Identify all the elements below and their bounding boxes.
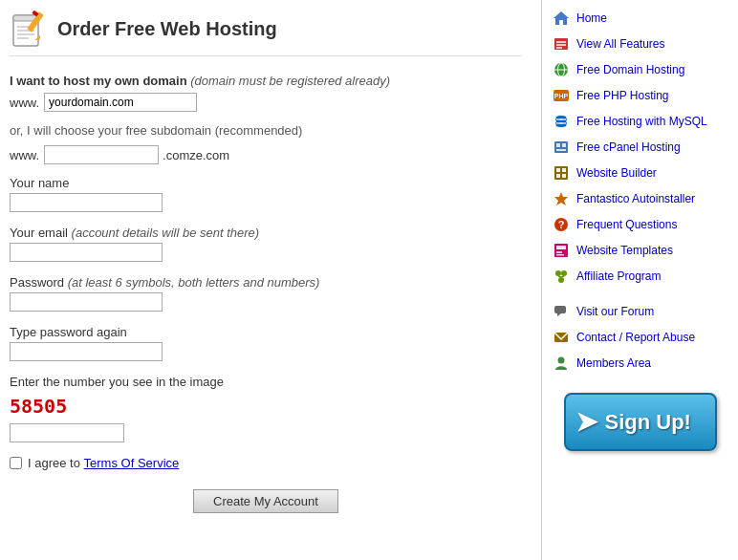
sidebar-item-free-hosting-mysql[interactable]: Free Hosting with MySQL (552, 111, 728, 132)
builder-icon (552, 163, 571, 183)
list-icon (552, 34, 571, 54)
subdomain-input[interactable] (44, 145, 159, 164)
svg-marker-47 (557, 313, 561, 316)
name-group: Your name (10, 176, 522, 212)
page-header: Order Free Web Hosting (10, 10, 522, 56)
domain-input-row: www. (10, 93, 522, 112)
email-input[interactable] (10, 243, 163, 262)
signup-button[interactable]: ➤ Sign Up! (564, 393, 717, 451)
sidebar-item-label: Free cPanel Hosting (576, 140, 681, 154)
page-title: Order Free Web Hosting (57, 18, 277, 40)
svg-rect-39 (556, 251, 562, 253)
password-group: Password (at least 6 symbols, both lette… (10, 275, 522, 312)
svg-rect-26 (556, 143, 560, 147)
sidebar-item-affiliate[interactable]: Affiliate Program (552, 266, 728, 287)
sidebar-item-label: Free Domain Hosting (576, 63, 684, 76)
php-icon: PHP (552, 86, 571, 105)
fantastico-icon (552, 189, 571, 208)
sidebar-item-label: Affiliate Program (576, 269, 661, 283)
svg-line-45 (561, 276, 564, 277)
name-input[interactable] (10, 193, 163, 212)
cpanel-icon (552, 138, 571, 157)
mysql-icon (552, 112, 571, 131)
svg-rect-28 (556, 149, 566, 151)
faq-icon: ? (552, 215, 571, 234)
email-label: Your email (account details will be sent… (10, 226, 522, 240)
sidebar-item-members-area[interactable]: Members Area (552, 353, 728, 374)
sidebar-item-website-templates[interactable]: Website Templates (552, 240, 728, 261)
domain-label-note: (domain must be registered already) (190, 74, 390, 88)
sidebar-item-label: Free PHP Hosting (576, 89, 669, 102)
sidebar-item-label: Website Templates (576, 244, 673, 257)
svg-line-44 (558, 276, 561, 277)
nav-list: HomeView All FeaturesFree Domain Hosting… (552, 8, 728, 374)
subdomain-label: or, I will choose your free subdomain (r… (10, 123, 522, 138)
domain-section: I want to host my own domain (domain mus… (10, 74, 522, 112)
svg-rect-32 (556, 174, 560, 178)
sidebar-item-free-domain-hosting[interactable]: Free Domain Hosting (552, 59, 728, 80)
subdomain-section: or, I will choose your free subdomain (r… (10, 123, 522, 164)
password-label: Password (at least 6 symbols, both lette… (10, 275, 522, 290)
captcha-group: Enter the number you see in the image 58… (10, 375, 522, 442)
subdomain-input-row: www. .comze.com (10, 145, 522, 164)
members-icon (552, 354, 571, 373)
sidebar-item-frequent-questions[interactable]: ?Frequent Questions (552, 214, 728, 235)
svg-rect-33 (562, 174, 566, 178)
page-icon (10, 10, 48, 48)
home-icon (552, 9, 571, 28)
submit-row: Create My Account (10, 489, 522, 513)
svg-point-49 (558, 357, 565, 364)
svg-marker-9 (554, 11, 569, 25)
contact-icon (552, 328, 571, 347)
svg-point-43 (558, 277, 564, 283)
tos-label: I agree to (28, 456, 80, 470)
nav-divider (552, 291, 728, 301)
affiliate-icon (552, 267, 571, 286)
sidebar-item-label: Visit our Forum (576, 305, 654, 318)
sidebar-item-fantastico[interactable]: Fantastico Autoinstaller (552, 188, 728, 209)
main-content: Order Free Web Hosting I want to host my… (0, 0, 542, 560)
domain-input[interactable] (44, 93, 197, 112)
domain-prefix: www. (10, 96, 39, 110)
captcha-input[interactable] (10, 423, 124, 442)
signup-arrow-icon: ➤ (575, 406, 597, 438)
svg-point-42 (561, 270, 567, 276)
password-input[interactable] (10, 292, 163, 312)
svg-rect-27 (562, 143, 566, 147)
svg-rect-38 (556, 246, 566, 249)
sidebar-item-home[interactable]: Home (552, 8, 728, 29)
password-confirm-label: Type password again (10, 325, 522, 339)
sidebar-item-label: Members Area (576, 356, 651, 370)
subdomain-prefix: www. (10, 148, 39, 162)
svg-rect-30 (556, 168, 560, 172)
svg-point-41 (555, 270, 561, 276)
name-label: Your name (10, 176, 522, 190)
svg-rect-40 (556, 254, 564, 256)
create-account-button[interactable]: Create My Account (193, 489, 338, 513)
sidebar-item-view-all-features[interactable]: View All Features (552, 33, 728, 54)
forum-icon (552, 302, 571, 321)
sidebar-item-forum[interactable]: Visit our Forum (552, 301, 728, 322)
domain-label-strong: I want to host my own domain (10, 74, 187, 88)
templates-icon (552, 241, 571, 260)
svg-text:PHP: PHP (554, 93, 569, 99)
svg-text:?: ? (558, 219, 565, 230)
sidebar-item-label: Website Builder (576, 166, 657, 180)
tos-link[interactable]: Terms Of Service (84, 456, 180, 470)
sidebar-item-website-builder[interactable]: Website Builder (552, 162, 728, 183)
captcha-label: Enter the number you see in the image (10, 375, 522, 389)
sidebar-item-label: Fantastico Autoinstaller (576, 192, 695, 205)
password-confirm-input[interactable] (10, 342, 163, 361)
sidebar-item-free-cpanel[interactable]: Free cPanel Hosting (552, 137, 728, 158)
sidebar-item-label: View All Features (576, 37, 665, 51)
signup-container: ➤ Sign Up! (552, 393, 728, 451)
sidebar-item-label: Frequent Questions (576, 218, 677, 231)
subdomain-suffix: .comze.com (163, 148, 229, 162)
tos-row: I agree to Terms Of Service (10, 456, 522, 470)
tos-checkbox[interactable] (10, 457, 22, 469)
svg-rect-46 (554, 306, 566, 313)
sidebar-item-label: Contact / Report Abuse (576, 331, 695, 344)
svg-rect-31 (562, 168, 566, 172)
sidebar-item-free-php-hosting[interactable]: PHPFree PHP Hosting (552, 85, 728, 106)
sidebar-item-contact[interactable]: Contact / Report Abuse (552, 327, 728, 348)
